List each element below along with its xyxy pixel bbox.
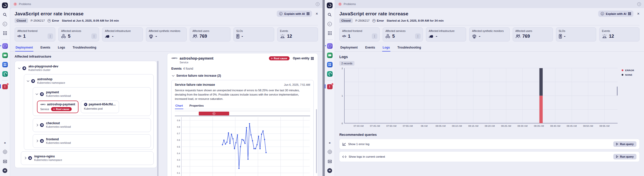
- dynatrace-logo[interactable]: [2, 2, 8, 8]
- stat-menu-button[interactable]: ⋮: [91, 33, 97, 39]
- legend-item[interactable]: NONE: [622, 73, 634, 76]
- problem-tab[interactable]: Deployment: [340, 45, 358, 51]
- stat-label: Affected services: [61, 29, 96, 32]
- service-chip-root-cause[interactable]: ‹GRPC› astroshop-payment Service Root ca…: [37, 101, 78, 113]
- chevron-right-icon[interactable]: [24, 157, 26, 159]
- app-icon-purple[interactable]: [327, 43, 333, 49]
- stat-menu-button[interactable]: ⋮: [415, 33, 421, 39]
- chevron-down-icon[interactable]: [27, 79, 29, 82]
- apps-grid-icon: [307, 12, 309, 15]
- expand-sidebar-icon[interactable]: »: [2, 140, 8, 146]
- user-avatar[interactable]: W: [2, 167, 8, 173]
- app-icon-teal[interactable]: [327, 71, 333, 77]
- stat-card[interactable]: Affected frontend </> 1 ⋮: [15, 27, 55, 41]
- davis-ai-icon[interactable]: ▷: [327, 21, 333, 27]
- sidebar-item-problems[interactable]: !: [2, 84, 8, 90]
- expand-sidebar-icon[interactable]: »: [327, 140, 333, 146]
- stat-card[interactable]: Affected frontend </> 1 ⋮: [339, 27, 380, 41]
- stat-card[interactable]: Events 12: [277, 27, 318, 41]
- app-tab-label[interactable]: Problems: [19, 3, 31, 6]
- app-icon-blue[interactable]: [327, 62, 333, 68]
- close-icon[interactable]: ×: [637, 12, 639, 16]
- logs-panel: Logs 2 records 07:40 AM07:45 AM07:50 AM0…: [339, 55, 639, 162]
- stat-menu-button[interactable]: ⋮: [372, 33, 377, 39]
- stat-card[interactable]: Affected users 769: [513, 27, 553, 41]
- problem-tab[interactable]: Logs: [382, 45, 390, 51]
- problem-tab[interactable]: Troubleshooting: [397, 45, 422, 51]
- svg-text:07:45 AM: 07:45 AM: [370, 124, 380, 127]
- app-icon-teal[interactable]: [2, 71, 8, 77]
- problem-tab[interactable]: Events: [40, 45, 51, 51]
- stat-card[interactable]: Affected infrastructure -: [102, 27, 143, 41]
- scrollbar-thumb[interactable]: [316, 109, 317, 173]
- open-entity-link[interactable]: Open entity: [293, 57, 314, 60]
- app-icon-green[interactable]: [327, 52, 333, 58]
- event-group-toggle[interactable]: Service failure rate increase (2): [171, 74, 314, 77]
- logs-histogram-chart[interactable]: 07:40 AM07:45 AM07:50 AM07:55 AM08 AM08:…: [339, 67, 618, 128]
- app-tab-label[interactable]: Problems: [344, 3, 356, 6]
- pod-chip[interactable]: payment-654cffd… Kubernetes pod: [81, 101, 119, 113]
- search-icon[interactable]: [327, 12, 333, 18]
- entity-name[interactable]: ingress-nginx: [34, 155, 62, 158]
- recommended-query-row[interactable]: Show 1 error log Run query: [339, 139, 639, 149]
- stat-menu-button[interactable]: ⋮: [48, 33, 53, 39]
- stat-card[interactable]: Events 12: [599, 27, 639, 41]
- problem-tab[interactable]: Events: [365, 45, 376, 51]
- entity-name[interactable]: checkout: [46, 121, 71, 125]
- dynatrace-logo[interactable]: [327, 2, 333, 8]
- event-tab[interactable]: Chart: [175, 103, 183, 109]
- classic-apps-icon[interactable]: [2, 158, 8, 164]
- run-query-button[interactable]: Run query: [613, 154, 636, 159]
- help-icon[interactable]: ?: [637, 2, 641, 6]
- event-duration-band[interactable]: ✕: [199, 112, 229, 115]
- app-launcher-icon[interactable]: [327, 30, 333, 36]
- failure-rate-chart[interactable]: 0.90.80.70.60.50.40.30.20.1: [175, 116, 310, 176]
- namespace-card[interactable]: astroshop Kubernetes namespace: [24, 74, 154, 150]
- explain-with-ai-button[interactable]: ▷ Explain with AI: [598, 11, 633, 17]
- stat-card[interactable]: Affected users 769: [190, 27, 230, 41]
- event-tab[interactable]: Properties: [189, 103, 204, 109]
- chevron-down-icon[interactable]: [18, 67, 21, 69]
- entity-name[interactable]: astroshop: [37, 77, 65, 81]
- chevron-right-icon[interactable]: [36, 124, 38, 126]
- chevron-right-icon[interactable]: [36, 140, 38, 142]
- workload-card[interactable]: checkout Kubernetes workload: [33, 118, 151, 132]
- stat-card[interactable]: SLOs -: [233, 27, 274, 41]
- sidebar-item-problems[interactable]: !: [327, 84, 333, 90]
- stat-card[interactable]: Affected infrastructure -: [426, 27, 466, 41]
- classic-apps-icon[interactable]: [327, 158, 333, 164]
- run-query-button[interactable]: Run query: [613, 141, 636, 147]
- stat-card[interactable]: SLOs -: [556, 27, 596, 41]
- app-icon-green[interactable]: [2, 52, 8, 58]
- davis-ai-icon[interactable]: ▷: [2, 21, 8, 27]
- stat-card[interactable]: Affected services 5 ⋮: [58, 27, 99, 41]
- workload-card[interactable]: payment Kubernetes workload ‹GRPC›: [33, 87, 151, 116]
- problem-tab[interactable]: Deployment: [15, 45, 33, 51]
- scrollbar-thumb[interactable]: [617, 86, 618, 96]
- search-icon[interactable]: [2, 12, 8, 18]
- legend-item[interactable]: ERROR: [622, 69, 634, 72]
- stat-card[interactable]: Affected synthetic monitors -: [469, 27, 509, 41]
- help-ring-icon[interactable]: [327, 149, 333, 155]
- entity-name[interactable]: payment: [46, 91, 71, 94]
- scrollbar-thumb[interactable]: [157, 61, 158, 176]
- stat-card[interactable]: Affected services 5 ⋮: [383, 27, 423, 41]
- app-icon-blue[interactable]: [2, 62, 8, 68]
- stat-card[interactable]: Affected synthetic monitors -: [146, 27, 187, 41]
- namespace-card[interactable]: ingress-nginx Kubernetes namespace: [21, 151, 154, 165]
- entity-name[interactable]: frontend: [46, 138, 71, 141]
- user-avatar[interactable]: W: [327, 167, 333, 173]
- problem-tab[interactable]: Logs: [57, 45, 66, 51]
- cluster-card[interactable]: aks-playground-dev Kubernetes cluster as…: [15, 61, 157, 168]
- chevron-down-icon[interactable]: [36, 93, 38, 95]
- help-icon[interactable]: ?: [316, 2, 319, 6]
- app-launcher-icon[interactable]: [2, 30, 8, 36]
- entity-name[interactable]: aks-playground-dev: [28, 65, 58, 68]
- problem-tab[interactable]: Troubleshooting: [72, 45, 97, 51]
- workload-card[interactable]: frontend Kubernetes workload: [33, 134, 151, 148]
- explain-with-ai-button[interactable]: ▷ Explain with AI: [277, 11, 312, 17]
- app-icon-purple[interactable]: [2, 43, 8, 49]
- recommended-query-row[interactable]: Show logs in current context Run query: [339, 152, 639, 162]
- help-ring-icon[interactable]: [2, 149, 8, 155]
- close-icon[interactable]: ×: [316, 12, 318, 16]
